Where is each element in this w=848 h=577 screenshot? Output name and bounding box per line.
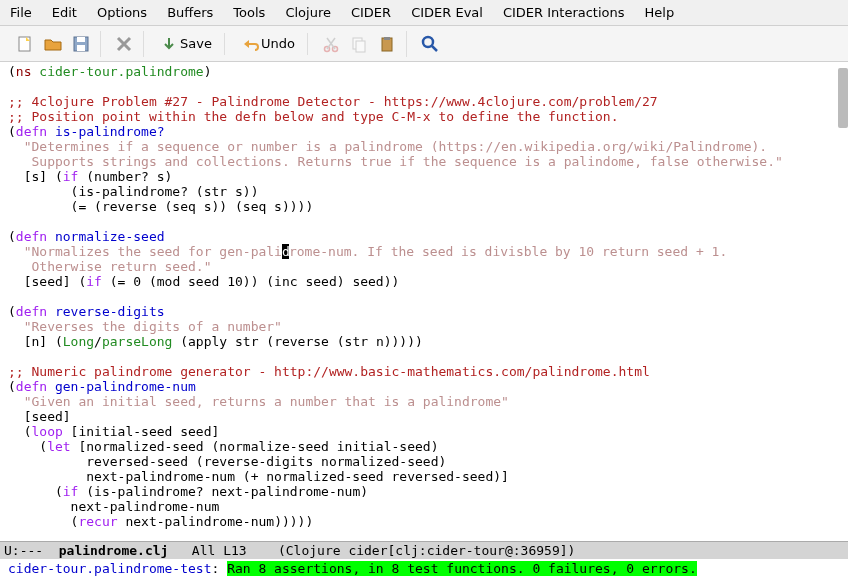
menu-clojure[interactable]: Clojure xyxy=(275,1,341,24)
svg-rect-4 xyxy=(77,45,85,51)
menu-file[interactable]: File xyxy=(0,1,42,24)
svg-rect-3 xyxy=(77,37,85,42)
undo-button[interactable]: Undo xyxy=(235,33,301,55)
menu-tools[interactable]: Tools xyxy=(223,1,275,24)
menu-buffers[interactable]: Buffers xyxy=(157,1,223,24)
cancel-button[interactable] xyxy=(111,31,137,57)
test-namespace: cider-tour.palindrome-test xyxy=(8,561,212,576)
scrollbar-thumb[interactable] xyxy=(838,68,848,128)
save-file-button[interactable] xyxy=(68,31,94,57)
undo-icon xyxy=(241,35,259,53)
svg-rect-9 xyxy=(356,41,365,52)
svg-marker-5 xyxy=(244,40,249,48)
modeline: U:--- palindrome.clj All L13 (Clojure ci… xyxy=(0,541,848,559)
minibuffer: cider-tour.palindrome-test: Ran 8 assert… xyxy=(0,559,848,577)
svg-rect-0 xyxy=(19,37,30,51)
toolbar: Save Undo xyxy=(0,26,848,62)
test-result: Ran 8 assertions, in 8 test functions. 0… xyxy=(227,561,697,576)
save-button[interactable]: Save xyxy=(154,33,218,55)
open-file-button[interactable] xyxy=(40,31,66,57)
save-label: Save xyxy=(180,36,212,51)
save-icon xyxy=(160,35,178,53)
menu-cider-interactions[interactable]: CIDER Interactions xyxy=(493,1,635,24)
menubar: File Edit Options Buffers Tools Clojure … xyxy=(0,0,848,26)
text-cursor: d xyxy=(282,244,289,259)
undo-label: Undo xyxy=(261,36,295,51)
cut-button[interactable] xyxy=(318,31,344,57)
copy-button[interactable] xyxy=(346,31,372,57)
menu-help[interactable]: Help xyxy=(635,1,685,24)
modeline-filename: palindrome.clj xyxy=(59,543,169,558)
menu-options[interactable]: Options xyxy=(87,1,157,24)
menu-cider-eval[interactable]: CIDER Eval xyxy=(401,1,493,24)
search-button[interactable] xyxy=(417,31,443,57)
svg-point-12 xyxy=(423,37,433,47)
svg-rect-11 xyxy=(384,37,390,40)
editor-area[interactable]: (ns cider-tour.palindrome) ;; 4clojure P… xyxy=(0,62,848,541)
menu-cider[interactable]: CIDER xyxy=(341,1,401,24)
menu-edit[interactable]: Edit xyxy=(42,1,87,24)
paste-button[interactable] xyxy=(374,31,400,57)
new-file-button[interactable] xyxy=(12,31,38,57)
